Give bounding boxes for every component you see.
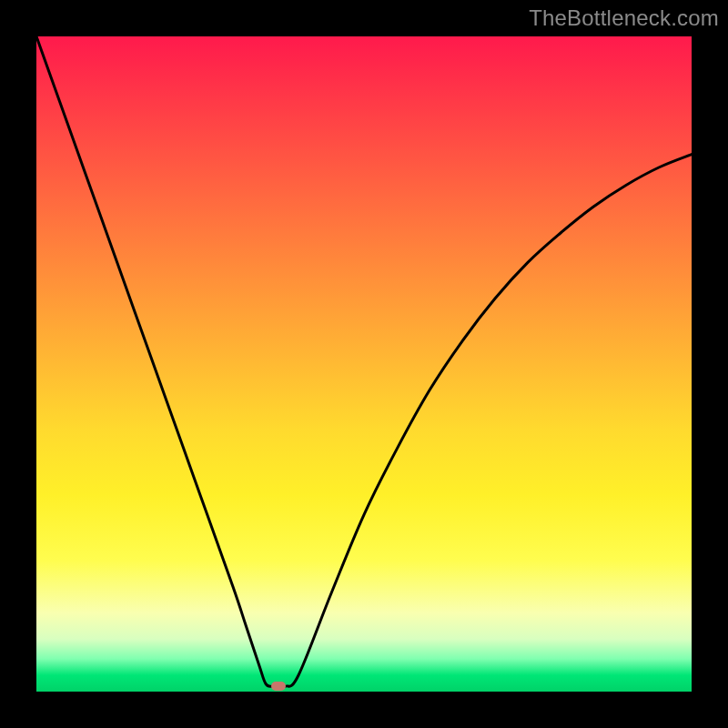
bottleneck-curve — [36, 36, 692, 692]
current-marker — [271, 682, 286, 691]
plot-area — [36, 36, 692, 692]
watermark-text: TheBottleneck.com — [529, 5, 719, 31]
chart-frame: TheBottleneck.com — [0, 0, 728, 728]
